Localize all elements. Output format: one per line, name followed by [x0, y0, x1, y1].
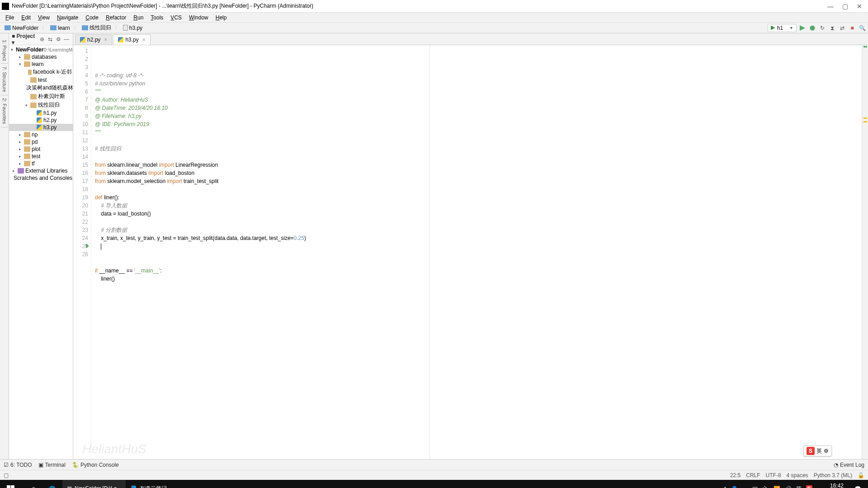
- code-line[interactable]: [95, 242, 862, 250]
- code-line[interactable]: if __name__ == '__main__':: [95, 267, 862, 275]
- tree-node[interactable]: ▸np: [9, 131, 73, 138]
- line-number[interactable]: 23: [73, 226, 88, 234]
- tree-toggle-icon[interactable]: ▾: [17, 62, 23, 66]
- close-button[interactable]: ✕: [856, 3, 863, 9]
- youdao-app[interactable]: 📘 有道云笔记: [126, 480, 171, 488]
- tray-network-icon[interactable]: 📶: [774, 486, 780, 488]
- line-number[interactable]: 14: [73, 153, 88, 161]
- expand-all-button[interactable]: ⇆: [47, 36, 54, 43]
- tray-shield-icon[interactable]: 🛡: [752, 486, 758, 488]
- action-center-button[interactable]: 💬: [847, 480, 868, 488]
- tree-node[interactable]: ▸plot: [9, 145, 73, 153]
- run-config-selector[interactable]: h1 ▼: [768, 24, 797, 32]
- code-line[interactable]: [95, 218, 862, 226]
- task-view-button[interactable]: ▭▯: [21, 480, 42, 488]
- warning-marker[interactable]: [863, 117, 867, 119]
- tree-node[interactable]: ▾NewFolder D:\LearningMa: [9, 46, 73, 53]
- run-gutter-icon[interactable]: [86, 244, 89, 248]
- stop-button[interactable]: ■: [848, 24, 856, 32]
- settings-button[interactable]: ⚙: [55, 36, 62, 43]
- code-line[interactable]: x_train, x_test, y_train, y_test = train…: [95, 234, 862, 242]
- tray-people-icon[interactable]: 👤: [731, 486, 738, 488]
- profile-button[interactable]: ⧗: [828, 24, 836, 32]
- maximize-button[interactable]: ▢: [842, 3, 848, 9]
- warning-marker[interactable]: [863, 121, 867, 122]
- tree-toggle-icon[interactable]: ▸: [11, 169, 16, 173]
- tree-node[interactable]: ▸databases: [9, 53, 73, 61]
- tree-node[interactable]: 决策树and随机森林: [9, 84, 73, 92]
- tray-ime-lang[interactable]: 英: [796, 485, 802, 488]
- line-number[interactable]: 12: [73, 136, 88, 145]
- line-number[interactable]: 9: [73, 112, 88, 120]
- tree-toggle-icon[interactable]: ▸: [17, 140, 23, 144]
- minimize-button[interactable]: —: [827, 3, 834, 9]
- breadcrumb-item[interactable]: learn: [47, 24, 73, 32]
- tree-toggle-icon[interactable]: ▾: [24, 103, 29, 108]
- tree-toggle-icon[interactable]: ▾: [11, 47, 13, 52]
- menu-window[interactable]: Window: [185, 14, 212, 22]
- tree-node[interactable]: test: [9, 76, 73, 84]
- line-number[interactable]: 18: [73, 185, 88, 193]
- line-number[interactable]: 24: [73, 234, 88, 242]
- line-number[interactable]: 7: [73, 96, 88, 104]
- code-line[interactable]: @ FileName: h3.py: [95, 112, 862, 120]
- terminal-tool-tab[interactable]: ▣ Terminal: [38, 462, 66, 468]
- breadcrumb-item[interactable]: NewFolder: [2, 24, 41, 32]
- menu-run[interactable]: Run: [130, 14, 147, 22]
- breadcrumb-item[interactable]: h3.py: [120, 24, 145, 32]
- line-number[interactable]: 3: [73, 63, 88, 71]
- line-number[interactable]: 25: [73, 242, 88, 250]
- tree-node[interactable]: Scratches and Consoles: [9, 174, 73, 182]
- code-line[interactable]: @ IDE: Pycharm 2019: [95, 120, 862, 128]
- line-number[interactable]: 1: [73, 47, 88, 55]
- ime-toolbar[interactable]: S 英 ⚙: [803, 446, 832, 456]
- code-line[interactable]: # 分割数据: [95, 226, 862, 234]
- code-line[interactable]: [95, 153, 862, 161]
- code-line[interactable]: # -*- coding: utf-8 -*-: [95, 71, 862, 80]
- tray-sogou-icon[interactable]: S: [806, 485, 812, 488]
- system-tray[interactable]: ^ 👤 ☁ 🛡 🔌 📶 🔊 英 S: [720, 485, 816, 488]
- line-number[interactable]: 22: [73, 218, 88, 226]
- hide-button[interactable]: —: [63, 36, 70, 43]
- tree-node[interactable]: 朴素贝叶斯: [9, 92, 73, 101]
- attach-button[interactable]: ⇄: [838, 24, 846, 32]
- select-opened-file-button[interactable]: ⊕: [38, 36, 46, 43]
- python-interpreter[interactable]: Python 3.7 (ML): [814, 472, 852, 479]
- menu-help[interactable]: Help: [212, 14, 231, 22]
- code-line[interactable]: [95, 136, 862, 145]
- menu-file[interactable]: File: [2, 14, 18, 22]
- code-line[interactable]: data = load_boston(): [95, 210, 862, 218]
- code-line[interactable]: """: [95, 128, 862, 136]
- tree-toggle-icon[interactable]: ▸: [17, 154, 23, 159]
- line-number[interactable]: 5: [73, 80, 88, 88]
- code-line[interactable]: liner(): [95, 275, 862, 283]
- menu-view[interactable]: View: [34, 14, 53, 22]
- code-editor[interactable]: # -*- coding: utf-8 -*-# /usr/bin/env py…: [91, 45, 862, 459]
- tree-node[interactable]: h2.py: [9, 117, 73, 124]
- tree-toggle-icon[interactable]: ▸: [17, 161, 23, 166]
- menu-edit[interactable]: Edit: [18, 14, 34, 22]
- menu-code[interactable]: Code: [82, 14, 102, 22]
- line-number[interactable]: 10: [73, 120, 88, 128]
- line-gutter[interactable]: 1234567891011121314151617181920212223242…: [73, 45, 91, 459]
- line-number[interactable]: 21: [73, 210, 88, 218]
- tree-node[interactable]: ▸External Libraries: [9, 167, 73, 174]
- line-number[interactable]: 8: [73, 104, 88, 112]
- code-line[interactable]: [95, 258, 862, 267]
- line-number[interactable]: 16: [73, 169, 88, 177]
- line-number[interactable]: 4: [73, 71, 88, 80]
- project-tool-tab[interactable]: 1: Project: [1, 37, 8, 64]
- tree-node[interactable]: ▸pd: [9, 138, 73, 145]
- code-line[interactable]: # 线性回归: [95, 145, 862, 153]
- tree-node[interactable]: h3.py: [9, 124, 73, 131]
- favorites-tool-tab[interactable]: 2: Favorites: [1, 95, 8, 127]
- menu-vcs[interactable]: VCS: [167, 14, 185, 22]
- line-number[interactable]: 15: [73, 161, 88, 169]
- line-number[interactable]: 6: [73, 88, 88, 96]
- todo-tool-tab[interactable]: ☑ 6: TODO: [4, 462, 32, 468]
- python-console-tool-tab[interactable]: 🐍 Python Console: [72, 462, 119, 468]
- menu-tools[interactable]: Tools: [147, 14, 167, 22]
- code-line[interactable]: from sklearn.linear_model import LinearR…: [95, 161, 862, 169]
- project-tree[interactable]: ▾NewFolder D:\LearningMa▸databases▾learn…: [9, 45, 73, 459]
- code-line[interactable]: # 导入数据: [95, 202, 862, 210]
